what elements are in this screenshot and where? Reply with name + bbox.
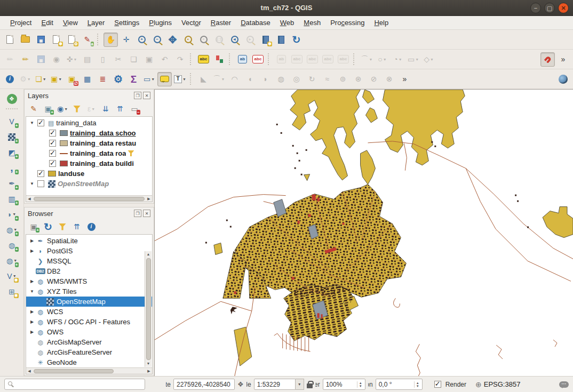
- expander-icon[interactable]: ▶: [28, 330, 36, 334]
- zoom-last[interactable]: ◂: [227, 33, 242, 47]
- open-data-source-manager[interactable]: ❖: [5, 92, 19, 106]
- layer-diagram-options[interactable]: [212, 52, 226, 67]
- maximize-button[interactable]: ▢: [544, 3, 555, 13]
- minimize-button[interactable]: −: [530, 3, 541, 13]
- layer-training-data-roads[interactable]: training_data roa: [26, 148, 152, 158]
- pin-labels[interactable]: ab: [235, 52, 250, 67]
- zoom-to-selection[interactable]: ▪: [181, 33, 195, 47]
- highlight-pinned-labels[interactable]: abc: [251, 52, 265, 67]
- expander-icon[interactable]: ▶: [28, 319, 36, 324]
- add-wfs-layer[interactable]: ◍+▼: [5, 253, 19, 268]
- select-features-by-value[interactable]: ▣▼: [49, 72, 63, 86]
- zoom-in[interactable]: +: [134, 33, 149, 47]
- browser-geonode[interactable]: ✳GeoNode: [26, 357, 152, 367]
- add-virtual-layer[interactable]: ▥+: [5, 191, 19, 206]
- layer-landuse[interactable]: landuse: [26, 169, 152, 179]
- show-spatial-bookmarks[interactable]: [274, 33, 288, 47]
- layer-labeling-options[interactable]: abc: [196, 52, 211, 67]
- browser-mssql[interactable]: ❯MSSQL: [26, 256, 152, 266]
- expander-icon[interactable]: ▼: [28, 121, 36, 125]
- deselect-features[interactable]: ▣∅: [65, 72, 79, 86]
- close-button[interactable]: ✕: [558, 3, 569, 13]
- browser-wfs[interactable]: ▶◍WFS / OGC API - Features: [26, 317, 152, 327]
- identify-features[interactable]: i: [3, 72, 17, 86]
- menu-settings[interactable]: Settings: [109, 17, 144, 28]
- browser-spatialite[interactable]: ▶✒SpatiaLite: [26, 236, 152, 246]
- new-project[interactable]: [3, 33, 17, 47]
- visibility-checkbox[interactable]: [37, 180, 44, 187]
- expander-icon[interactable]: ▼: [28, 289, 36, 294]
- select-features[interactable]: ❏▼: [34, 72, 48, 86]
- visibility-checkbox[interactable]: [37, 170, 44, 177]
- add-spatialite-layer[interactable]: ✒+: [5, 176, 19, 190]
- add-delimited-text-layer[interactable]: ,+: [5, 161, 19, 175]
- rotation-spinner[interactable]: ▲▼: [414, 381, 419, 388]
- zoom-out[interactable]: −: [150, 33, 164, 47]
- style-manager[interactable]: ✎a: [80, 33, 94, 47]
- show-statistical-summary[interactable]: Σ: [126, 72, 141, 86]
- refresh-browser[interactable]: ↻: [42, 220, 54, 233]
- layer-training-data-restaurants[interactable]: training_data restau: [26, 138, 152, 148]
- visibility-checkbox[interactable]: [37, 119, 44, 126]
- scrollbar-thumb[interactable]: [34, 197, 145, 201]
- collapse-all[interactable]: ⇈: [114, 102, 126, 115]
- add-vector-layer[interactable]: V+: [5, 114, 19, 129]
- expander-icon[interactable]: ▶: [28, 279, 36, 284]
- add-group[interactable]: ▣+: [42, 102, 54, 115]
- scroll-right-icon[interactable]: ▶: [146, 369, 152, 373]
- browser-postgis[interactable]: ▶◗PostGIS: [26, 246, 152, 256]
- menu-web[interactable]: Web: [275, 17, 299, 28]
- layer-training-data-buildings[interactable]: training_data buildi: [26, 158, 152, 169]
- magnifier-box[interactable]: 100% ▲▼: [323, 379, 365, 390]
- remove-layer[interactable]: ▭−: [128, 102, 141, 115]
- menu-processing[interactable]: Processing: [325, 17, 369, 28]
- magnifier-spinner[interactable]: ▲▼: [357, 381, 362, 388]
- new-print-layout[interactable]: ✱: [49, 33, 63, 47]
- visibility-checkbox[interactable]: [49, 160, 56, 167]
- new-spatial-bookmark[interactable]: ✱: [258, 33, 273, 47]
- zoom-full[interactable]: ✥: [165, 33, 180, 47]
- menu-raster[interactable]: Raster: [206, 17, 236, 28]
- map-tips[interactable]: [157, 72, 172, 86]
- toolbar-overflow[interactable]: »: [556, 52, 570, 67]
- zoom-to-layer[interactable]: ▫: [196, 33, 211, 47]
- open-field-calculator[interactable]: ≣: [96, 72, 110, 86]
- visibility-checkbox[interactable]: [49, 140, 56, 147]
- scroll-left-icon[interactable]: ◀: [26, 197, 33, 201]
- lock-scale-icon[interactable]: [307, 383, 313, 388]
- expander-icon[interactable]: ▶: [28, 309, 36, 314]
- map-canvas[interactable]: [154, 89, 573, 376]
- text-annotation[interactable]: T▼: [173, 72, 187, 86]
- expander-icon[interactable]: ▶: [28, 249, 36, 253]
- add-selected-layers[interactable]: ▣+: [27, 220, 40, 233]
- scroll-right-icon[interactable]: ▶: [146, 197, 152, 201]
- save-project[interactable]: [34, 33, 48, 47]
- expand-all[interactable]: ⇊: [99, 102, 112, 115]
- toolbar-overflow-2[interactable]: »: [397, 72, 412, 86]
- filter-browser[interactable]: [56, 220, 69, 233]
- enable-snapping[interactable]: [540, 52, 555, 67]
- menu-plugins[interactable]: Plugins: [144, 17, 177, 28]
- browser-wcs[interactable]: ▶◍WCS: [26, 307, 152, 317]
- render-widget[interactable]: Render: [433, 381, 466, 388]
- visibility-checkbox[interactable]: [49, 150, 56, 157]
- layer-training-data-schools[interactable]: training_data schoo: [26, 128, 152, 138]
- menu-vector[interactable]: Vector: [177, 17, 206, 28]
- open-layer-styling-panel[interactable]: ✎: [27, 102, 40, 115]
- browser-float-button[interactable]: ❐: [134, 210, 141, 217]
- add-postgis-layer[interactable]: ◗+▼: [5, 207, 19, 221]
- extents-toggle-icon[interactable]: ❖: [237, 381, 244, 388]
- coordinate-box[interactable]: 2275926,-4028540: [173, 379, 235, 390]
- add-wms-layer[interactable]: ◍+▼: [5, 222, 19, 237]
- new-vector-layer[interactable]: V✱▼: [5, 269, 19, 283]
- scale-dropdown-arrow[interactable]: ▼: [296, 379, 304, 390]
- group-training-data[interactable]: ▼▤training_data: [26, 118, 152, 128]
- visibility-checkbox[interactable]: [49, 130, 56, 137]
- message-log-icon[interactable]: ···: [559, 381, 569, 388]
- layers-horizontal-scrollbar[interactable]: ◀ ▶: [26, 195, 152, 202]
- menu-layer[interactable]: Layer: [83, 17, 110, 28]
- refresh-map[interactable]: ↻: [289, 33, 304, 47]
- filter-legend[interactable]: [70, 102, 83, 115]
- pan-map[interactable]: ✋: [104, 33, 118, 47]
- measure-line[interactable]: ▭▼: [142, 72, 156, 86]
